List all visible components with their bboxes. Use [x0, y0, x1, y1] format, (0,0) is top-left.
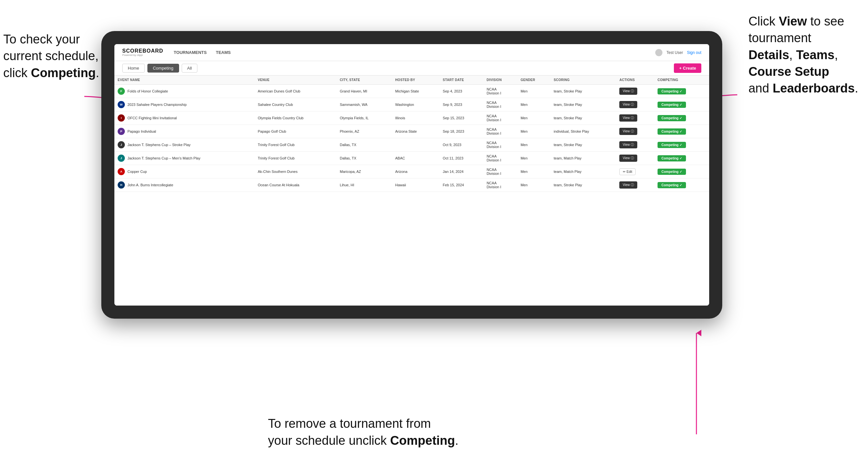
start-date: Jan 14, 2024 [439, 165, 483, 179]
user-icon [655, 49, 662, 56]
actions-cell: View ⓘ [616, 138, 654, 152]
scoring: team, Stroke Play [550, 138, 616, 152]
actions-cell: View ⓘ [616, 85, 654, 98]
col-competing: COMPETING [654, 75, 709, 85]
competing-cell: Competing ✓ [654, 152, 709, 165]
edit-button[interactable]: ✏ Edit [619, 168, 636, 175]
table-header: EVENT NAME VENUE CITY, STATE HOSTED BY S… [114, 75, 709, 85]
competing-cell: Competing ✓ [654, 165, 709, 179]
actions-cell: View ⓘ [616, 125, 654, 138]
hosted-by: Illinois [392, 112, 439, 125]
table-row: JJackson T. Stephens Cup – Men's Match P… [114, 152, 709, 165]
competing-cell: Competing ✓ [654, 98, 709, 112]
gender: Men [517, 85, 550, 98]
view-button[interactable]: View ⓘ [619, 141, 637, 148]
competing-text-left: Competing [31, 66, 95, 80]
hosted-by: Washington [392, 98, 439, 112]
competing-button[interactable]: Competing ✓ [657, 155, 686, 161]
home-tab[interactable]: Home [122, 64, 145, 72]
col-actions: ACTIONS [616, 75, 654, 85]
event-name-cell: PPapago Individual [114, 125, 255, 138]
venue: Ocean Course At Hokuala [255, 179, 337, 192]
view-button[interactable]: View ⓘ [619, 181, 637, 189]
nav-links: TOURNAMENTS TEAMS [174, 50, 231, 55]
competing-cell: Competing ✓ [654, 112, 709, 125]
event-name: OFCC Fighting Illini Invitational [127, 116, 177, 120]
arrow-to-competing-bottom [691, 330, 701, 434]
view-button[interactable]: View ⓘ [619, 88, 637, 95]
col-hosted-by: HOSTED BY [392, 75, 439, 85]
venue: Sahalee Country Club [255, 98, 337, 112]
actions-cell: ✏ Edit [616, 165, 654, 179]
team-logo: J [118, 155, 125, 162]
venue: Papago Golf Club [255, 125, 337, 138]
division: NCAA Division I [483, 179, 517, 192]
hosted-by: Arizona State [392, 125, 439, 138]
view-button[interactable]: View ⓘ [619, 155, 637, 162]
col-event-name: EVENT NAME [114, 75, 255, 85]
gender: Men [517, 165, 550, 179]
scoring: team, Match Play [550, 152, 616, 165]
table-row: JJackson T. Stephens Cup – Stroke PlayTr… [114, 138, 709, 152]
scoring: team, Stroke Play [550, 112, 616, 125]
event-name: Jackson T. Stephens Cup – Men's Match Pl… [127, 156, 200, 160]
team-logo: H [118, 181, 125, 189]
view-button[interactable]: View ⓘ [619, 114, 637, 122]
start-date: Oct 11, 2023 [439, 152, 483, 165]
competing-button[interactable]: Competing ✓ [657, 168, 686, 175]
hosted-by: Arizona [392, 165, 439, 179]
hosted-by: ABAC [392, 152, 439, 165]
city-state: Phoenix, AZ [337, 125, 392, 138]
create-button[interactable]: + Create [674, 63, 701, 73]
actions-cell: View ⓘ [616, 152, 654, 165]
division: NCAA Division I [483, 152, 517, 165]
sign-out-link[interactable]: Sign out [687, 50, 701, 55]
division: NCAA Division I [483, 112, 517, 125]
division: NCAA Division I [483, 125, 517, 138]
all-tab[interactable]: All [182, 64, 197, 72]
competing-button[interactable]: Competing ✓ [657, 182, 686, 188]
venue: Trinity Forest Golf Club [255, 152, 337, 165]
team-logo: A [118, 168, 125, 175]
gender: Men [517, 112, 550, 125]
event-name: John A. Burns Intercollegiate [127, 183, 173, 187]
table-row: PPapago IndividualPapago Golf ClubPhoeni… [114, 125, 709, 138]
scoring: team, Stroke Play [550, 85, 616, 98]
header-right: Test User Sign out [655, 49, 701, 56]
division: NCAA Division I [483, 138, 517, 152]
view-button[interactable]: View ⓘ [619, 101, 637, 108]
city-state: Sammamish, WA [337, 98, 392, 112]
competing-tab[interactable]: Competing [147, 64, 179, 72]
venue: Trinity Forest Golf Club [255, 138, 337, 152]
event-name-cell: JJackson T. Stephens Cup – Men's Match P… [114, 152, 255, 165]
tablet-frame: SCOREBOARD Powered by clippi TOURNAMENTS… [101, 31, 722, 319]
tournaments-table: EVENT NAME VENUE CITY, STATE HOSTED BY S… [114, 75, 709, 192]
competing-button[interactable]: Competing ✓ [657, 115, 686, 121]
competing-button[interactable]: Competing ✓ [657, 142, 686, 148]
scoring: team, Stroke Play [550, 179, 616, 192]
division: NCAA Division I [483, 98, 517, 112]
table-row: IOFCC Fighting Illini InvitationalOlympi… [114, 112, 709, 125]
annotation-bottom: To remove a tournament fromyour schedule… [268, 415, 459, 449]
event-name-cell: HJohn A. Burns Intercollegiate [114, 179, 255, 192]
city-state: Lihue, HI [337, 179, 392, 192]
venue: Olympia Fields Country Club [255, 112, 337, 125]
table-body: FFolds of Honor CollegiateAmerican Dunes… [114, 85, 709, 192]
app-header: SCOREBOARD Powered by clippi TOURNAMENTS… [114, 44, 709, 61]
scoreboard-title: SCOREBOARD [122, 49, 163, 54]
division: NCAA Division I [483, 165, 517, 179]
hosted-by [392, 138, 439, 152]
event-name-cell: IOFCC Fighting Illini Invitational [114, 112, 255, 125]
start-date: Sep 9, 2023 [439, 98, 483, 112]
nav-tournaments[interactable]: TOURNAMENTS [174, 50, 207, 55]
view-button[interactable]: View ⓘ [619, 128, 637, 135]
scoreboard-powered: Powered by clippi [122, 54, 163, 57]
nav-teams[interactable]: TEAMS [216, 50, 231, 55]
competing-text-bottom: Competing [390, 434, 455, 447]
competing-button[interactable]: Competing ✓ [657, 102, 686, 108]
competing-button[interactable]: Competing ✓ [657, 88, 686, 94]
table-row: HJohn A. Burns IntercollegiateOcean Cour… [114, 179, 709, 192]
city-state: Dallas, TX [337, 152, 392, 165]
competing-button[interactable]: Competing ✓ [657, 128, 686, 135]
start-date: Sep 15, 2023 [439, 112, 483, 125]
